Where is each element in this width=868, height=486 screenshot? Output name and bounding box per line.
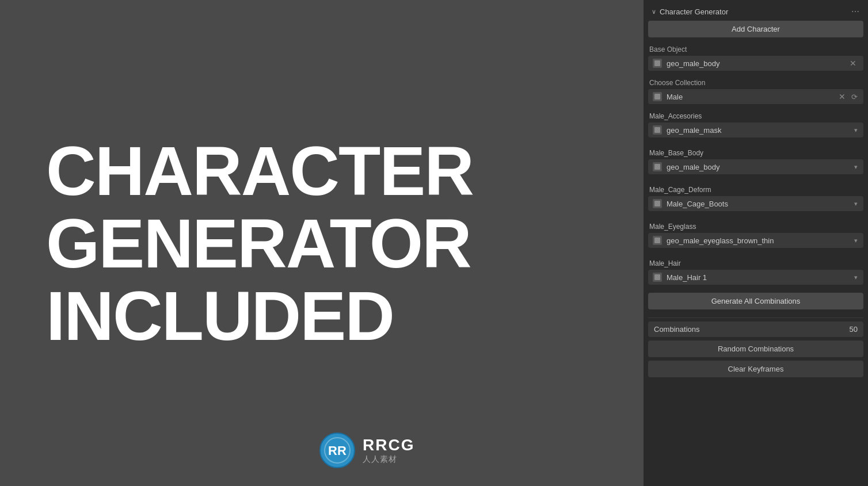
cage-deform-label: Male_Cage_Deform (648, 182, 863, 196)
hair-label: Male_Hair (648, 256, 863, 270)
eyeglass-subsection: Male_Eyeglass geo_male_eyeglass_brown_th… (648, 219, 863, 252)
collection-refresh-icon[interactable]: ⟳ (850, 93, 859, 101)
cage-deform-chevron-icon[interactable]: ▾ (853, 200, 859, 208)
panel-header-left: ∨ Character Generator (652, 7, 728, 16)
accessories-field[interactable]: geo_male_mask ▾ (648, 123, 863, 137)
random-combinations-button[interactable]: Random Combinations (648, 340, 863, 357)
eyeglass-value: geo_male_eyeglass_brown_thin (667, 236, 853, 245)
cage-deform-field[interactable]: Male_Cage_Boots ▾ (648, 196, 863, 211)
accessories-subsection: Male_Accesories geo_male_mask ▾ (648, 109, 863, 142)
base-object-value: geo_male_body (667, 59, 847, 68)
eyeglass-chevron-icon[interactable]: ▾ (853, 237, 859, 244)
base-body-label: Male_Base_Body (648, 146, 863, 159)
watermark-logo-icon: RR (319, 432, 356, 469)
panel-title: Character Generator (660, 7, 728, 16)
title-line1: CHARACTER (46, 135, 597, 207)
eyeglass-label: Male_Eyeglass (648, 219, 863, 233)
collection-value: Male (667, 93, 836, 101)
watermark: RR RRCG 人人素材 (319, 432, 414, 469)
combinations-value[interactable]: 50 (850, 325, 858, 334)
base-body-subsection: Male_Base_Body geo_male_body ▾ (648, 146, 863, 179)
cage-deform-icon (653, 199, 662, 208)
title-line3: INCLUDED (46, 280, 597, 352)
title-line2: GENERATOR (46, 207, 597, 280)
divider (648, 317, 863, 318)
base-object-field: geo_male_body ✕ (648, 56, 863, 71)
combinations-row: Combinations 50 (648, 322, 863, 337)
clear-keyframes-button[interactable]: Clear Keyframes (648, 361, 863, 377)
combinations-label: Combinations (654, 325, 700, 334)
hair-subsection: Male_Hair Male_Hair 1 ▾ (648, 256, 863, 289)
watermark-brand: RRCG (363, 436, 414, 454)
base-object-clear-icon[interactable]: ✕ (847, 59, 859, 68)
right-panel: ∨ Character Generator ⋯ Add Character Ba… (644, 0, 868, 486)
choose-collection-label: Choose Collection (648, 76, 863, 89)
panel-header: ∨ Character Generator ⋯ (648, 5, 863, 21)
eyeglass-icon (653, 236, 662, 245)
base-body-chevron-icon[interactable]: ▾ (853, 163, 859, 171)
accessories-chevron-icon[interactable]: ▾ (853, 127, 859, 134)
hair-chevron-icon[interactable]: ▾ (853, 274, 859, 281)
hair-icon (653, 273, 662, 282)
base-body-value: geo_male_body (667, 163, 853, 171)
base-body-icon (653, 162, 662, 171)
base-object-icon (653, 59, 662, 68)
cage-deform-value: Male_Cage_Boots (667, 200, 853, 208)
base-object-label: Base Object (648, 43, 863, 56)
panel-options-icon[interactable]: ⋯ (851, 7, 860, 16)
svg-text:RR: RR (328, 443, 347, 458)
eyeglass-field[interactable]: geo_male_eyeglass_brown_thin ▾ (648, 233, 863, 248)
main-title: CHARACTER GENERATOR INCLUDED (46, 135, 597, 352)
generate-combinations-button[interactable]: Generate All Combinations (648, 293, 863, 309)
accessories-value: geo_male_mask (667, 126, 853, 135)
accessories-icon (653, 125, 662, 135)
watermark-text: RRCG 人人素材 (363, 436, 414, 465)
base-body-field[interactable]: geo_male_body ▾ (648, 159, 863, 174)
collection-icon (653, 92, 662, 101)
accessories-label: Male_Accesories (648, 109, 863, 123)
watermark-subtitle: 人人素材 (363, 454, 414, 465)
hair-field[interactable]: Male_Hair 1 ▾ (648, 270, 863, 285)
hair-value: Male_Hair 1 (667, 273, 853, 282)
cage-deform-subsection: Male_Cage_Deform Male_Cage_Boots ▾ (648, 182, 863, 216)
collection-clear-icon[interactable]: ✕ (836, 92, 848, 101)
left-panel: CHARACTER GENERATOR INCLUDED (0, 0, 644, 486)
choose-collection-field: Male ✕ ⟳ (648, 89, 863, 104)
add-character-button[interactable]: Add Character (648, 21, 863, 37)
collapse-arrow-icon[interactable]: ∨ (652, 8, 656, 16)
